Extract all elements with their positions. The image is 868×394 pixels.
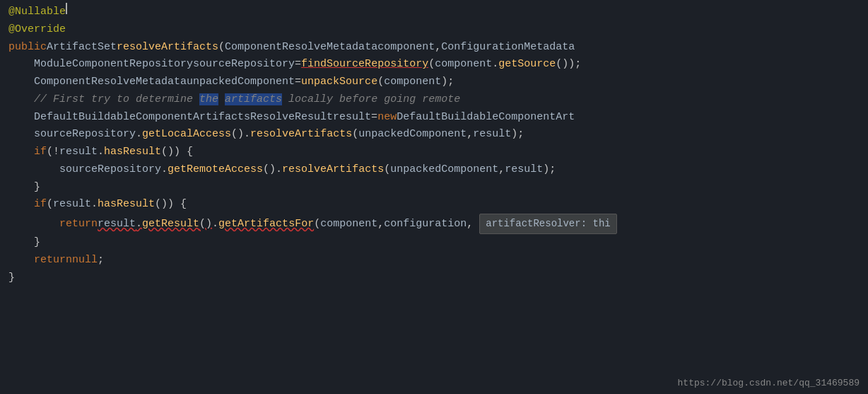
punct-dot5: . [91,196,98,214]
tooltip-artifactresolver: artifactResolver: thi [479,214,616,234]
var-result5: result [53,196,91,214]
var-component4: component [320,216,377,233]
code-editor: @Nullable @Override public ArtifactSet r… [0,0,868,394]
code-line-8: sourceRepository.getLocalAccess().resolv… [0,126,868,144]
code-line-13: return result.getResult().getArtifactsFo… [0,214,868,234]
var-result2: result [473,126,511,144]
punct-close2: } [34,234,40,252]
punct-parens13: ); [543,161,556,179]
var-configuration: configuration [384,216,467,233]
watermark: https://blog.csdn.net/qq_31469589 [678,378,860,388]
punct-comma3: , [498,161,505,179]
code-line-1: @Nullable [0,3,868,21]
punct-paren4: ( [377,74,384,91]
punct-eq3: = [371,109,377,127]
code-line-4: ModuleComponentRepository sourceReposito… [0,56,868,74]
punct-dot6: . [136,216,142,233]
punct-paren16: ( [314,216,320,233]
method-unpacksource: unpackSource [301,74,377,91]
punct-parens6: (). [231,126,250,144]
var-unpackedcomponent2: unpackedComponent [358,126,467,144]
punct-semi: ; [98,252,104,270]
method-getlocalaccess: getLocalAccess [142,126,231,144]
var-sourcerepo: sourceRepository [193,56,295,74]
var-component2: component [435,56,492,74]
method-getartifactsfor: getArtifactsFor [218,216,314,233]
punct-parens5: ); [441,74,454,91]
var-result4: result [505,161,543,179]
code-line-10: sourceRepository.getRemoteAccess().resol… [0,161,868,179]
code-line-14: } [0,234,868,252]
annotation-nullable: @Nullable [8,4,66,21]
punct-parens8: ); [511,126,524,144]
punct-paren9: (! [47,144,59,161]
var-sourcerepo2: sourceRepository [34,126,136,144]
var-result3: result [59,144,98,161]
method-resolveartifacts: resolveArtifacts [117,39,218,57]
code-line-15: return null; [0,252,868,270]
punct-parens7: ( [352,126,358,144]
code-line-6: // First try to determine the artifacts … [0,91,868,109]
code-line-7: DefaultBuildableComponentArtifactsResolv… [0,109,868,127]
code-line-5: ComponentResolveMetadata unpackedCompone… [0,74,868,91]
punct-dot2: . [136,126,142,144]
punct-paren2: ( [428,56,435,74]
kw-null: null [72,252,98,270]
code-line-16: } [0,270,868,287]
punct-parens15: () [199,216,212,233]
code-line-11: } [0,179,868,197]
method-getresult: getResult [142,216,199,233]
method-getsource: getSource [498,56,556,74]
method-findsourcerepo: findSourceRepository [301,56,428,74]
punct-parens10: ()) { [161,144,193,161]
type-modulecomponentrepo: ModuleComponentRepository [34,56,193,74]
var-component: component [377,39,435,57]
punct-paren: ( [218,39,225,57]
method-getremoteaccess: getRemoteAccess [168,161,263,179]
kw-new: new [377,109,397,127]
punct-comma1: , [435,39,441,57]
var-result6: result [98,216,136,233]
punct-parens3: ()); [556,56,581,74]
type-defaultbuildable: DefaultBuildableComponentArtifactsResolv… [34,109,333,127]
annotation-override: @Override [8,21,66,39]
punct-dot4: . [161,161,168,179]
method-resolveartifacts3: resolveArtifacts [282,161,384,179]
kw-return2: return [34,252,72,270]
punct-comma5: , [467,216,473,233]
var-unpackedcomponent3: unpackedComponent [390,161,498,179]
code-line-12: if (result.hasResult()) { [0,196,868,214]
kw-public: public [8,39,47,57]
code-line-2: @Override [0,21,868,39]
type-artifactset: ArtifactSet [47,39,117,57]
punct-dot3: . [98,144,104,161]
punct-paren13: ( [47,196,53,214]
var-unpackedcomponent: unpackedComponent [187,74,295,91]
punct-comma2: , [467,126,473,144]
type-defaultbuildable2: DefaultBuildableComponentArt [397,109,575,127]
punct-comma4: , [377,216,384,233]
kw-if2: if [34,196,47,214]
type-configurationmetadata: ConfigurationMetadata [441,39,575,57]
kw-return: return [59,216,98,233]
punct-eq2: = [295,74,301,91]
method-hasresult2: hasResult [98,196,155,214]
code-line-9: if (!result.hasResult()) { [0,144,868,161]
text-cursor [66,3,67,14]
type-componentresolvemetadata: ComponentResolveMetadata [225,39,377,57]
punct-parens11: (). [263,161,282,179]
punct-close1: } [34,179,40,197]
kw-if1: if [34,144,47,161]
comment-line: // First try to determine the artifacts … [34,91,460,109]
type-componentresolvemetadata2: ComponentResolveMetadata [34,74,187,91]
punct-dot1: . [492,56,498,74]
punct-close3: } [8,270,15,287]
punct-parens12: ( [384,161,390,179]
method-hasresult: hasResult [104,144,161,161]
var-component3: component [384,74,441,91]
var-result: result [333,109,371,127]
punct-parens14: ()) { [155,196,187,214]
method-resolveartifacts2: resolveArtifacts [250,126,352,144]
code-line-3: public ArtifactSet resolveArtifacts(Comp… [0,39,868,57]
var-sourcerepo3: sourceRepository [59,161,161,179]
